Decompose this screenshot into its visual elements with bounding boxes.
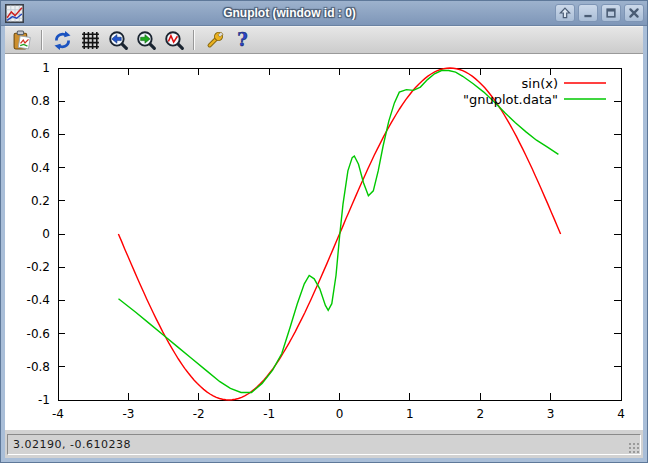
options-button[interactable] — [201, 28, 227, 52]
y-tick-label: 0.2 — [31, 194, 50, 208]
wrench-icon — [204, 30, 225, 51]
x-tick-label: 3 — [547, 407, 555, 421]
y-tick-label: 1 — [42, 61, 50, 75]
y-tick-label: 0.8 — [31, 94, 50, 108]
maximize-button[interactable] — [601, 4, 621, 22]
zoom-previous-button[interactable] — [105, 28, 131, 52]
y-tick-label: 0.6 — [31, 127, 50, 141]
grid-icon — [80, 30, 101, 51]
y-tick-label: 0.4 — [31, 161, 50, 175]
plot-svg[interactable]: -4-3-2-10123410.80.60.40.20-0.2-0.4-0.6-… — [5, 54, 645, 430]
gnuplot-window: Gnuplot (window id : 0) — [0, 0, 648, 463]
y-tick-label: -0.8 — [27, 360, 50, 374]
arrow-up-icon — [559, 7, 571, 19]
autoscale-button[interactable] — [161, 28, 187, 52]
zoom-next-icon — [136, 30, 157, 51]
y-tick-label: -0.6 — [27, 327, 50, 341]
close-button[interactable] — [624, 4, 644, 22]
x-tick-label: -1 — [263, 407, 275, 421]
refresh-icon — [52, 30, 73, 51]
resize-grip[interactable] — [627, 441, 639, 453]
shade-button[interactable] — [555, 4, 575, 22]
x-tick-label: 4 — [617, 407, 625, 421]
x-tick-label: 2 — [476, 407, 484, 421]
window-controls — [555, 4, 644, 22]
minimize-icon — [582, 7, 594, 19]
zoom-previous-icon — [108, 30, 129, 51]
replot-button[interactable] — [49, 28, 75, 52]
close-icon — [628, 7, 640, 19]
legend-label: "gnuplot.data" — [463, 92, 558, 107]
y-tick-label: -1 — [38, 393, 50, 407]
y-tick-label: -0.4 — [27, 293, 50, 307]
mouse-coordinates: 3.02190, -0.610238 — [13, 438, 131, 451]
svg-text:?: ? — [237, 30, 247, 50]
gnuplot-chart-icon — [5, 4, 24, 23]
series-line-1 — [119, 71, 559, 393]
zoom-next-button[interactable] — [133, 28, 159, 52]
legend-label: sin(x) — [522, 76, 558, 91]
x-tick-label: -4 — [52, 407, 64, 421]
copy-plot-button[interactable] — [9, 28, 35, 52]
y-tick-label: 0 — [42, 227, 50, 241]
grid-toggle-button[interactable] — [77, 28, 103, 52]
title-bar[interactable]: Gnuplot (window id : 0) — [1, 1, 647, 26]
toolbar-separator — [41, 30, 43, 50]
x-tick-label: -2 — [193, 407, 205, 421]
y-tick-label: -0.2 — [27, 260, 50, 274]
window-title: Gnuplot (window id : 0) — [28, 6, 551, 20]
zoom-autoscale-icon — [164, 30, 185, 51]
toolbar-separator — [193, 30, 195, 50]
copy-plot-icon — [12, 30, 33, 51]
x-tick-label: 0 — [336, 407, 344, 421]
question-mark-icon: ? — [232, 30, 253, 51]
toolbar: ? — [5, 26, 643, 54]
status-bar: 3.02190, -0.610238 — [5, 430, 643, 458]
maximize-icon — [605, 7, 617, 19]
coordinate-readout: 3.02190, -0.610238 — [7, 434, 641, 455]
x-tick-label: -3 — [122, 407, 134, 421]
x-tick-label: 1 — [406, 407, 414, 421]
plot-canvas[interactable]: -4-3-2-10123410.80.60.40.20-0.2-0.4-0.6-… — [5, 54, 643, 430]
help-button[interactable]: ? — [229, 28, 255, 52]
minimize-button[interactable] — [578, 4, 598, 22]
